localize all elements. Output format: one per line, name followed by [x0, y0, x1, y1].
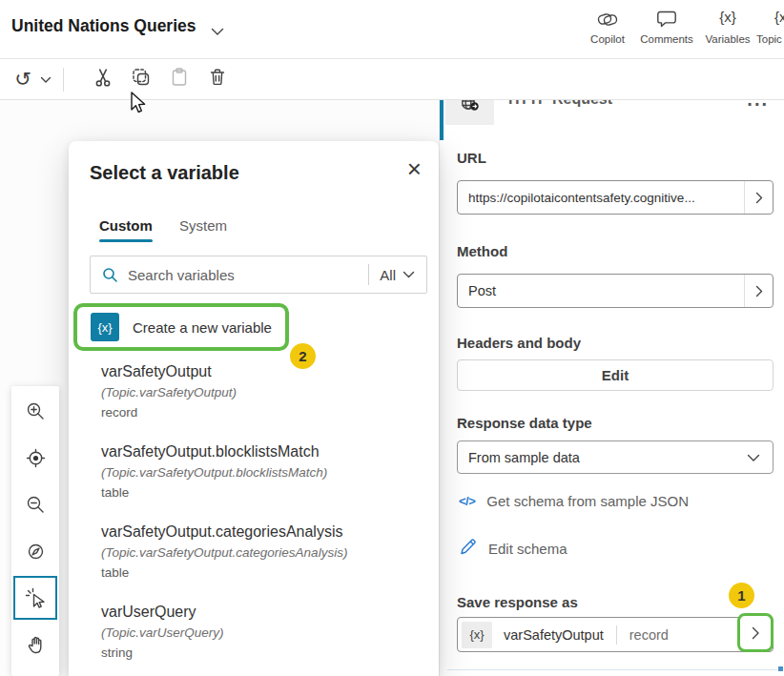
undo-icon: ↺ [14, 70, 31, 89]
copilot-icon [578, 9, 637, 31]
zoom-out-icon [25, 494, 47, 516]
dialog-title: Select a variable [90, 162, 239, 184]
mouse-cursor [130, 92, 148, 120]
cut-button[interactable] [92, 68, 114, 91]
pointer-select-icon [24, 586, 48, 610]
page-title: United Nations Queries [11, 16, 196, 36]
edit-toolbar: ↺ [0, 59, 784, 100]
search-icon [102, 267, 118, 283]
scissors-icon [93, 67, 113, 92]
node-more-menu-button[interactable]: ... [747, 100, 769, 111]
comments-button[interactable]: Comments [637, 9, 696, 45]
node-title: HTTP Request [508, 100, 612, 108]
topic-button[interactable]: {x} Topic [746, 9, 784, 45]
delete-button[interactable] [206, 68, 229, 91]
filter-all-dropdown[interactable]: All [380, 267, 396, 283]
variable-list: varSafetyOutput (Topic.varSafetyOutput) … [101, 363, 420, 676]
headers-and-body-label: Headers and body [457, 335, 581, 351]
save-variable-type: record [629, 627, 669, 643]
search-input[interactable] [128, 267, 368, 283]
list-item[interactable]: varUserQuery (Topic.varUserQuery) string [101, 604, 420, 660]
zoom-in-button[interactable] [11, 388, 59, 435]
chevron-down-icon [747, 449, 760, 466]
method-input[interactable]: Post [457, 274, 774, 308]
variable-type: record [101, 405, 420, 420]
get-schema-link[interactable]: </> Get schema from sample JSON [459, 493, 689, 509]
node-header: HTTP Request ... [440, 100, 784, 140]
next-card-edge [447, 669, 777, 670]
save-variable-expand-button[interactable] [737, 613, 774, 652]
search-divider [368, 264, 369, 285]
compass-icon [25, 541, 47, 563]
method-expand-button[interactable] [744, 275, 773, 307]
list-item[interactable]: varSafetyOutput (Topic.varSafetyOutput) … [101, 363, 420, 420]
active-tab-underline [99, 239, 153, 242]
undo-button[interactable]: ↺ [11, 68, 34, 91]
variable-type: string [101, 645, 420, 660]
url-expand-button[interactable] [744, 181, 773, 214]
variable-path: (Topic.varUserQuery) [101, 625, 420, 640]
variable-path: (Topic.varSafetyOutput) [101, 385, 420, 399]
response-data-type-label: Response data type [457, 415, 592, 431]
close-icon[interactable]: × [407, 156, 422, 181]
list-item[interactable]: varSafetyOutput.categoriesAnalysis (Topi… [101, 523, 420, 580]
tab-system[interactable]: System [179, 217, 227, 234]
variable-name: varUserQuery [101, 604, 420, 621]
pencil-icon [459, 538, 477, 560]
topic-icon: {x} [746, 9, 784, 31]
method-label: Method [457, 243, 507, 259]
undo-menu-button[interactable] [34, 68, 57, 91]
paste-icon [169, 67, 190, 92]
zoom-out-button[interactable] [11, 481, 59, 528]
create-new-variable-button[interactable]: {x} Create a new variable [73, 303, 289, 351]
variable-path: (Topic.varSafetyOutput.categoriesAnalysi… [101, 545, 420, 560]
save-response-input[interactable]: {x} varSafetyOutput record [457, 617, 774, 652]
zoom-in-icon [25, 400, 47, 422]
reset-view-button[interactable] [11, 435, 59, 481]
variable-type: table [101, 485, 420, 500]
url-input[interactable]: https://copilotaicontentsafety.cognitive… [457, 180, 774, 215]
select-variable-dialog: Select a variable × Custom System All {x… [69, 141, 439, 676]
canvas-tool-rail [11, 386, 59, 676]
copy-icon [131, 67, 152, 92]
chevron-down-icon [40, 71, 52, 88]
edit-schema-link[interactable]: Edit schema [459, 538, 567, 560]
save-variable-name: varSafetyOutput [504, 627, 604, 643]
copy-button[interactable] [130, 68, 153, 91]
title-chevron-down-icon[interactable] [211, 23, 224, 40]
chevron-down-icon [402, 271, 415, 279]
hand-icon [25, 634, 47, 656]
node-icon-box [445, 100, 494, 125]
variable-name: varSafetyOutput.blocklistsMatch [101, 443, 420, 461]
copilot-button[interactable]: Copilot [578, 9, 637, 45]
variable-type: table [101, 565, 420, 580]
step-1-badge: 1 [729, 583, 754, 608]
tab-custom[interactable]: Custom [99, 217, 153, 234]
variable-name: varSafetyOutput [101, 363, 420, 380]
variable-name: varSafetyOutput.categoriesAnalysis [101, 523, 420, 541]
response-data-type-select[interactable]: From sample data [457, 440, 774, 474]
next-card-handle [778, 666, 783, 671]
compass-button[interactable] [11, 528, 59, 575]
comments-icon [637, 9, 696, 31]
code-icon: </> [459, 494, 475, 508]
field-divider [616, 625, 617, 645]
save-response-as-label: Save response as [457, 594, 578, 610]
select-tool-button[interactable] [13, 576, 57, 620]
paste-button[interactable] [168, 68, 191, 91]
node-accent-bar [440, 100, 444, 140]
variable-search-box: All [90, 256, 427, 294]
variable-icon: {x} [91, 313, 119, 341]
step-2-badge: 2 [290, 343, 316, 369]
toolbar-divider [63, 68, 64, 92]
http-request-properties-panel: HTTP Request ... URL https://copilotaico… [439, 100, 784, 676]
variable-chip-icon: {x} [462, 622, 492, 648]
app-window: United Nations Queries Copilot Comments [0, 0, 784, 676]
pan-tool-button[interactable] [11, 622, 59, 668]
trash-icon [207, 67, 228, 92]
list-item[interactable]: varSafetyOutput.blocklistsMatch (Topic.v… [101, 443, 420, 500]
http-request-icon [460, 100, 481, 117]
edit-headers-body-button[interactable]: Edit [457, 359, 774, 391]
target-icon [25, 447, 47, 469]
top-bar: United Nations Queries Copilot Comments [0, 0, 784, 59]
